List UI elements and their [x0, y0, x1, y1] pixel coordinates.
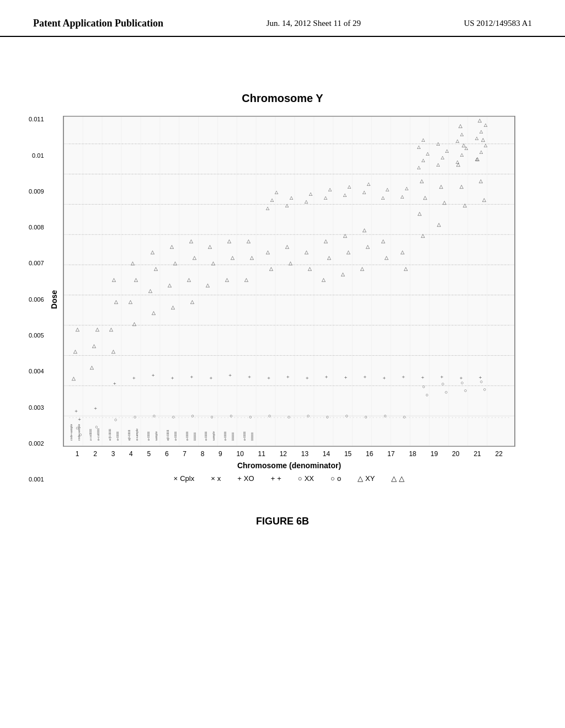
svg-text:△: △: [386, 187, 390, 192]
svg-text:△: △: [132, 321, 136, 326]
svg-text:○: ○: [425, 392, 428, 398]
svg-text:△: △: [460, 132, 464, 137]
svg-text:+: +: [306, 376, 309, 382]
svg-text:△: △: [366, 244, 370, 249]
svg-text:△: △: [479, 129, 483, 134]
y-label: 0.006: [29, 296, 44, 303]
svg-text:+: +: [421, 375, 424, 381]
svg-text:○: ○: [134, 414, 136, 420]
x-label: 2: [93, 450, 97, 458]
svg-text:△: △: [341, 271, 345, 277]
svg-text:△: △: [275, 190, 279, 195]
y-label: 0.003: [29, 404, 44, 411]
svg-text:○: ○: [210, 414, 213, 420]
svg-text:△: △: [168, 282, 172, 288]
svg-text:△: △: [479, 178, 483, 184]
svg-text:code-sample: code-sample: [70, 424, 73, 441]
svg-text:△: △: [426, 151, 430, 156]
svg-text:sample: sample: [154, 431, 158, 441]
svg-text:+: +: [286, 374, 290, 381]
svg-text:○: ○: [307, 413, 310, 419]
svg-text:○: ○: [230, 413, 232, 419]
legend-triangle-label: △: [399, 474, 404, 483]
legend-triangle-symbol: △: [391, 474, 397, 483]
svg-text:○: ○: [483, 387, 486, 393]
svg-text:△: △: [460, 184, 463, 189]
legend-item-plus: + +: [271, 474, 281, 483]
svg-text:△: △: [441, 155, 445, 160]
svg-text:△: △: [405, 186, 409, 191]
svg-text:△: △: [131, 260, 135, 266]
svg-text:+: +: [228, 373, 232, 379]
svg-text:△: △: [72, 376, 76, 382]
svg-text:△: △: [423, 195, 427, 200]
svg-text:△: △: [193, 255, 196, 260]
svg-text:α-lllllll: α-lllllll: [223, 431, 227, 441]
svg-text:△: △: [322, 277, 326, 282]
svg-text:+: +: [402, 374, 405, 381]
svg-text:△: △: [171, 304, 175, 310]
svg-text:△: △: [420, 178, 424, 184]
svg-text:△: △: [478, 117, 482, 123]
legend-xy-label: XY: [365, 474, 375, 483]
legend-item-cplx: × Cplx: [174, 474, 195, 483]
svg-text:△: △: [436, 162, 440, 167]
legend-xy-symbol: △: [358, 474, 363, 483]
svg-text:α/β-lllllll: α/β-lllllll: [108, 429, 111, 441]
page-content: Chromosome Y Dose 0.001 0.002 0.003 0.00…: [0, 37, 565, 549]
svg-text:+: +: [364, 374, 367, 381]
x-label: 11: [258, 450, 265, 458]
svg-text:△: △: [289, 260, 292, 266]
svg-text:△: △: [76, 326, 79, 332]
svg-text:+: +: [152, 373, 155, 379]
x-label: 19: [430, 450, 438, 458]
svg-text:○: ○: [268, 413, 271, 419]
svg-text:○: ○: [114, 417, 117, 422]
svg-text:△: △: [401, 249, 404, 255]
svg-text:△: △: [90, 365, 94, 371]
svg-text:△: △: [484, 122, 488, 127]
svg-text:△: △: [465, 146, 468, 151]
sheet-info: Jun. 14, 2012 Sheet 11 of 29: [266, 17, 361, 28]
publication-title: Patent Application Publication: [33, 17, 163, 30]
svg-text:△: △: [385, 255, 388, 260]
x-label: 17: [387, 450, 395, 458]
svg-text:+: +: [344, 375, 348, 381]
svg-text:△: △: [417, 144, 421, 149]
svg-text:△: △: [439, 184, 443, 189]
svg-text:△: △: [460, 152, 464, 157]
legend-item-xy: △ XY: [358, 474, 375, 483]
svg-text:△: △: [109, 326, 113, 332]
y-label: 0.009: [29, 188, 44, 195]
svg-text:△: △: [417, 165, 421, 170]
svg-text:△: △: [290, 195, 294, 200]
svg-text:○: ○: [445, 390, 447, 395]
svg-text:△: △: [404, 266, 408, 271]
x-label: 5: [147, 450, 151, 458]
y-label: 0.001: [29, 476, 44, 483]
svg-text:+: +: [94, 405, 97, 411]
svg-text:△: △: [206, 282, 210, 288]
legend-plus-symbol: +: [271, 474, 275, 483]
svg-text:△: △: [114, 299, 118, 304]
legend-x-symbol: ×: [211, 474, 215, 483]
svg-text:△: △: [475, 157, 479, 162]
svg-text:+: +: [113, 381, 116, 387]
svg-text:α-lllllll: α-lllllll: [147, 431, 150, 441]
svg-text:α-colllllll: α-colllllll: [97, 429, 100, 441]
svg-text:+: +: [440, 374, 444, 381]
svg-text:△: △: [187, 277, 191, 282]
svg-text:+: +: [190, 374, 194, 381]
svg-text:a colllllll: a colllllll: [89, 429, 92, 441]
x-label: 15: [344, 450, 351, 458]
svg-text:△: △: [266, 206, 270, 211]
x-label: 4: [129, 450, 133, 458]
svg-text:△: △: [475, 136, 479, 141]
x-label: 14: [323, 450, 330, 458]
x-label: 1: [76, 450, 79, 458]
svg-text:△: △: [324, 238, 328, 244]
svg-text:○: ○: [464, 388, 467, 394]
figure-label: FIGURE 6B: [256, 516, 309, 527]
svg-text:△: △: [190, 299, 194, 304]
y-axis-label: Dose: [50, 290, 58, 309]
